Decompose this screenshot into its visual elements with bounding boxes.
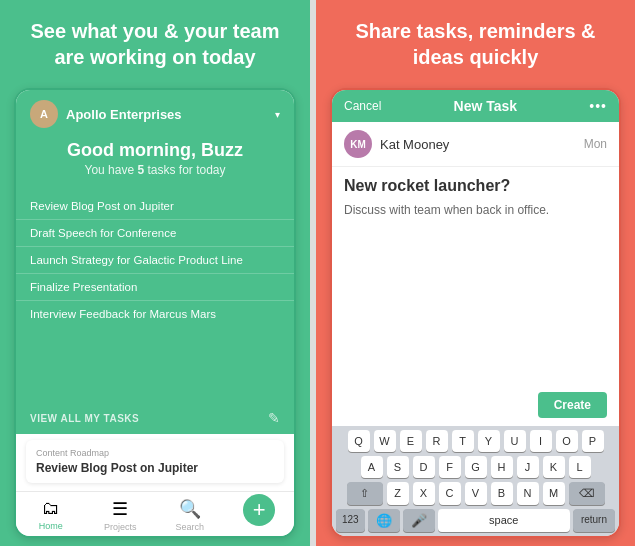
nav-projects[interactable]: ☰ Projects <box>86 498 156 532</box>
key-g[interactable]: G <box>465 456 487 478</box>
projects-icon: ☰ <box>112 498 128 520</box>
key-return[interactable]: return <box>573 509 615 532</box>
key-space[interactable]: space <box>438 509 570 532</box>
key-u[interactable]: U <box>504 430 526 452</box>
key-o[interactable]: O <box>556 430 578 452</box>
keyboard-row-bottom: 123 🌐 🎤 space return <box>334 509 617 534</box>
key-delete[interactable]: ⌫ <box>569 482 605 505</box>
key-m[interactable]: M <box>543 482 565 505</box>
key-p[interactable]: P <box>582 430 604 452</box>
key-l[interactable]: L <box>569 456 591 478</box>
task-item[interactable]: Review Blog Post on Jupiter <box>16 193 294 220</box>
key-j[interactable]: J <box>517 456 539 478</box>
form-title: New Task <box>454 98 518 114</box>
keyboard-row-1: Q W E R T Y U I O P <box>334 430 617 452</box>
sub-pre: You have <box>84 163 137 177</box>
assignee-name[interactable]: Kat Mooney <box>380 137 449 152</box>
key-a[interactable]: A <box>361 456 383 478</box>
key-i[interactable]: I <box>530 430 552 452</box>
create-button[interactable]: Create <box>538 392 607 418</box>
view-all-icon: ✎ <box>268 410 280 426</box>
more-options-icon[interactable]: ••• <box>589 98 607 114</box>
nav-projects-label: Projects <box>104 522 137 532</box>
keyboard-row-3: ⇧ Z X C V B N M ⌫ <box>334 482 617 505</box>
assignee-avatar: KM <box>344 130 372 158</box>
add-button[interactable]: + <box>243 494 275 526</box>
key-h[interactable]: H <box>491 456 513 478</box>
key-r[interactable]: R <box>426 430 448 452</box>
key-q[interactable]: Q <box>348 430 370 452</box>
right-panel: Share tasks, reminders & ideas quickly C… <box>316 0 635 546</box>
nav-home[interactable]: 🗂 Home <box>16 498 86 532</box>
key-y[interactable]: Y <box>478 430 500 452</box>
key-shift[interactable]: ⇧ <box>347 482 383 505</box>
company-avatar: A <box>30 100 58 128</box>
key-c[interactable]: C <box>439 482 461 505</box>
task-item[interactable]: Finalize Presentation <box>16 274 294 301</box>
task-card-title: Review Blog Post on Jupiter <box>36 461 274 475</box>
home-icon: 🗂 <box>42 498 60 519</box>
key-n[interactable]: N <box>517 482 539 505</box>
left-panel: See what you & your team are working on … <box>0 0 310 546</box>
key-numbers[interactable]: 123 <box>336 509 365 532</box>
assignee-row: KM Kat Mooney Mon <box>332 122 619 167</box>
greeting-section: Good morning, Buzz You have 5 tasks for … <box>16 136 294 189</box>
cancel-button[interactable]: Cancel <box>344 99 381 113</box>
view-all-row[interactable]: VIEW ALL MY TASKS ✎ <box>16 402 294 434</box>
search-icon: 🔍 <box>179 498 201 520</box>
left-header: See what you & your team are working on … <box>0 0 310 80</box>
chevron-down-icon[interactable]: ▾ <box>275 109 280 120</box>
key-s[interactable]: S <box>387 456 409 478</box>
task-description-field[interactable]: Discuss with team when back in office. <box>332 199 619 386</box>
phone-screen-left: A Apollo Enterprises ▾ Good morning, Buz… <box>16 90 294 536</box>
key-x[interactable]: X <box>413 482 435 505</box>
nav-search[interactable]: 🔍 Search <box>155 498 225 532</box>
task-card-label: Content Roadmap <box>36 448 274 458</box>
phone-screen-right: Cancel New Task ••• KM Kat Mooney Mon Ne… <box>332 90 619 536</box>
nav-home-label: Home <box>39 521 63 531</box>
task-card[interactable]: Content Roadmap Review Blog Post on Jupi… <box>26 440 284 483</box>
task-form-body: KM Kat Mooney Mon New rocket launcher? D… <box>332 122 619 426</box>
key-v[interactable]: V <box>465 482 487 505</box>
key-f[interactable]: F <box>439 456 461 478</box>
app-header: A Apollo Enterprises ▾ <box>16 90 294 136</box>
task-list: Review Blog Post on Jupiter Draft Speech… <box>16 189 294 402</box>
task-item[interactable]: Interview Feedback for Marcus Mars <box>16 301 294 327</box>
key-k[interactable]: K <box>543 456 565 478</box>
create-btn-row: Create <box>332 386 619 426</box>
key-b[interactable]: B <box>491 482 513 505</box>
assignee-info: KM Kat Mooney <box>344 130 449 158</box>
key-t[interactable]: T <box>452 430 474 452</box>
task-form-header: Cancel New Task ••• <box>332 90 619 122</box>
task-item[interactable]: Launch Strategy for Galactic Product Lin… <box>16 247 294 274</box>
phone-mockup-right: Cancel New Task ••• KM Kat Mooney Mon Ne… <box>330 88 621 538</box>
key-z[interactable]: Z <box>387 482 409 505</box>
key-e[interactable]: E <box>400 430 422 452</box>
greeting-title: Good morning, Buzz <box>30 140 280 161</box>
keyboard-row-2: A S D F G H J K L <box>334 456 617 478</box>
right-header: Share tasks, reminders & ideas quickly <box>316 0 635 80</box>
key-mic[interactable]: 🎤 <box>403 509 435 532</box>
greeting-subtitle: You have 5 tasks for today <box>30 163 280 177</box>
due-date[interactable]: Mon <box>584 137 607 151</box>
bottom-nav: 🗂 Home ☰ Projects 🔍 Search + <box>16 491 294 536</box>
key-d[interactable]: D <box>413 456 435 478</box>
key-globe[interactable]: 🌐 <box>368 509 400 532</box>
nav-add[interactable]: + <box>225 498 295 532</box>
task-name-field[interactable]: New rocket launcher? <box>332 167 619 199</box>
nav-search-label: Search <box>175 522 204 532</box>
task-item[interactable]: Draft Speech for Conference <box>16 220 294 247</box>
view-all-label: VIEW ALL MY TASKS <box>30 413 139 424</box>
company-name[interactable]: Apollo Enterprises <box>66 107 267 122</box>
sub-post: tasks for today <box>144 163 225 177</box>
keyboard: Q W E R T Y U I O P A S D F G H <box>332 426 619 536</box>
phone-mockup-left: A Apollo Enterprises ▾ Good morning, Buz… <box>14 88 296 538</box>
key-w[interactable]: W <box>374 430 396 452</box>
